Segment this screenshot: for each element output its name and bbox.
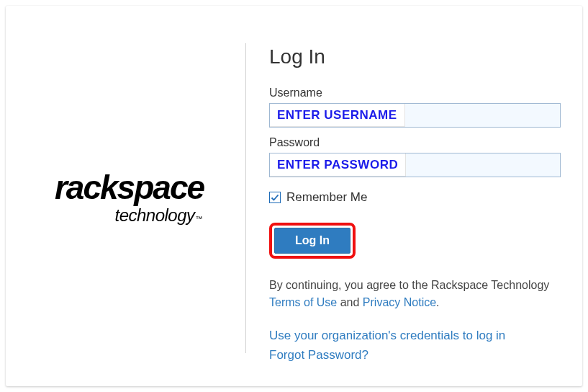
remember-row: Remember Me: [269, 190, 561, 205]
login-button[interactable]: Log In: [274, 228, 350, 254]
logo-panel: rackspace technology™: [27, 38, 245, 357]
privacy-link[interactable]: Privacy Notice: [363, 296, 436, 308]
username-label: Username: [269, 86, 561, 99]
sso-link[interactable]: Use your organization's credentials to l…: [269, 326, 561, 345]
terms-link[interactable]: Terms of Use: [269, 296, 337, 308]
rackspace-logo: rackspace technology™: [55, 171, 204, 226]
form-panel: Log In Username ENTER USERNAME Password …: [246, 38, 561, 357]
aux-links: Use your organization's credentials to l…: [269, 326, 561, 365]
username-input[interactable]: [269, 103, 561, 128]
login-card: rackspace technology™ Log In Username EN…: [6, 6, 582, 386]
forgot-password-link[interactable]: Forgot Password?: [269, 345, 561, 365]
remember-label: Remember Me: [286, 190, 367, 205]
login-button-highlight: Log In: [269, 223, 356, 259]
logo-sub-text: technology™: [114, 205, 202, 226]
disclaimer-text: By continuing, you agree to the Rackspac…: [269, 277, 557, 311]
logo-main-text: rackspace: [55, 171, 204, 204]
page-title: Log In: [269, 45, 561, 68]
password-label: Password: [269, 136, 561, 149]
remember-checkbox[interactable]: [269, 192, 281, 203]
check-icon: [271, 193, 279, 202]
password-group: Password ENTER PASSWORD: [269, 136, 561, 177]
password-input[interactable]: [269, 153, 561, 177]
username-group: Username ENTER USERNAME: [269, 86, 561, 128]
